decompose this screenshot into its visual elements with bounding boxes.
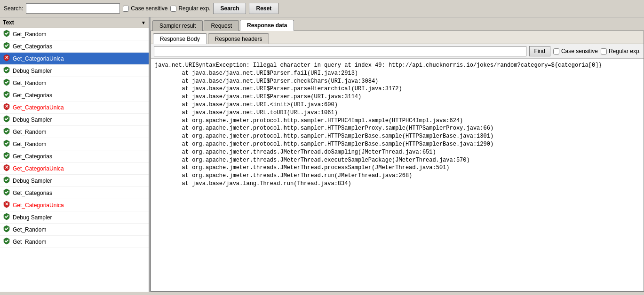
list-item-label: Get_Random [13,239,46,245]
shield-green-icon [3,42,10,51]
case-sensitive-checkbox[interactable] [123,6,129,12]
response-text-area: java.net.URISyntaxException: Illegal cha… [151,59,644,291]
case-sensitive-group: Case sensitive [123,5,167,12]
list-item-label: Get_Random [13,226,46,233]
regular-exp-group: Regular exp. [170,5,210,12]
shield-red-icon: ✕ [3,103,10,112]
list-item[interactable]: ✕ Get_CategoriaUnica [0,199,149,211]
shield-green-icon [3,78,10,87]
list-item[interactable]: Debug Sampler [0,175,149,187]
list-item[interactable]: Get_Random [0,236,149,248]
shield-green-icon [3,30,10,39]
tab-response[interactable]: Response data [240,20,294,31]
shield-green-icon [3,188,10,197]
find-regular-exp-checkbox[interactable] [601,48,607,54]
find-regular-exp-label: Regular exp. [609,48,641,54]
list-item-label: Get_Random [13,141,46,148]
shield-green-icon [3,66,10,75]
svg-text:✕: ✕ [5,55,8,60]
find-case-sensitive-checkbox[interactable] [553,48,559,54]
shield-green-icon [3,225,10,234]
list-item[interactable]: Get_Random [0,126,149,138]
shield-green-icon [3,127,10,136]
left-panel: Text ▼ Get_Random Get_Categorias ✕ Get_C… [0,17,151,292]
list-item-label: Debug Sampler [13,214,52,221]
list-item[interactable]: Get_Random [0,224,149,236]
list-item[interactable]: Get_Random [0,28,149,40]
find-input[interactable] [154,46,526,56]
shield-green-icon [3,237,10,246]
case-sensitive-label: Case sensitive [131,5,167,12]
list-item-label: Get_Categorias [13,92,52,99]
svg-text:✕: ✕ [5,202,8,207]
list-item-label: Get_Random [13,129,46,135]
list-item-label: Get_CategoriaUnica [13,165,64,172]
list-item[interactable]: Debug Sampler [0,211,149,224]
find-button[interactable]: Find [529,46,550,56]
right-panel: Sampler resultRequestResponse data Respo… [151,17,644,292]
list-item[interactable]: Get_Random [0,77,149,89]
list-scroll-container[interactable]: Get_Random Get_Categorias ✕ Get_Categori… [0,28,149,292]
list-item[interactable]: Debug Sampler [0,114,149,126]
list-item-label: Debug Sampler [13,178,52,184]
svg-text:✕: ✕ [5,104,8,109]
list-item[interactable]: Get_Categorias [0,187,149,199]
main-tabs-row: Sampler resultRequestResponse data [151,17,644,31]
left-panel-header: Text ▼ [0,17,149,28]
shield-green-icon [3,140,10,148]
list-item-label: Get_Random [13,31,46,38]
svg-text:✕: ✕ [5,165,8,170]
list-item-label: Get_CategoriaUnica [13,104,64,111]
shield-green-icon [3,91,10,100]
find-case-sensitive-label: Case sensitive [561,48,598,54]
list-item[interactable]: Get_Random [0,138,149,150]
shield-red-icon: ✕ [3,54,10,63]
list-item[interactable]: Get_Categorias [0,89,149,101]
search-label: Search: [4,5,23,12]
list-item[interactable]: Debug Sampler [0,65,149,77]
shield-green-icon [3,152,10,161]
list-item-label: Get_CategoriaUnica [13,202,64,209]
shield-green-icon [3,176,10,185]
list-item-label: Get_CategoriaUnica [13,55,64,62]
list-item-label: Debug Sampler [13,68,52,74]
list-item-label: Get_Categorias [13,153,52,160]
tab-request[interactable]: Request [204,20,239,31]
list-item[interactable]: ✕ Get_CategoriaUnica [0,101,149,114]
list-item-label: Get_Random [13,80,46,86]
main-layout: Text ▼ Get_Random Get_Categorias ✕ Get_C… [0,17,644,292]
list-item[interactable]: ✕ Get_CategoriaUnica [0,163,149,175]
left-panel-content: Get_Random Get_Categorias ✕ Get_Categori… [0,28,149,292]
toolbar: Search: Case sensitive Regular exp. Sear… [0,0,644,17]
list-item-label: Get_Categorias [13,43,52,50]
list-item[interactable]: Get_Categorias [0,40,149,53]
regular-exp-checkbox[interactable] [170,6,176,12]
find-regular-exp-group: Regular exp. [601,48,641,54]
find-bar: Find Case sensitive Regular exp. [151,44,644,59]
text-column-header: Text [3,19,14,26]
list-item[interactable]: Get_Categorias [0,150,149,163]
sort-icon[interactable]: ▼ [141,20,146,25]
sub-tabs-row: Response BodyResponse headers [151,31,644,44]
sub-tab-headers[interactable]: Response headers [208,33,270,44]
search-input[interactable] [26,3,120,14]
reset-button[interactable]: Reset [249,3,278,14]
regular-exp-label: Regular exp. [178,5,210,12]
list-item-label: Get_Categorias [13,190,52,196]
shield-red-icon: ✕ [3,201,10,210]
list-item[interactable]: ✕ Get_CategoriaUnica [0,53,149,65]
shield-green-icon [3,115,10,124]
find-case-sensitive-group: Case sensitive [553,48,598,54]
sub-tab-body[interactable]: Response Body [153,33,207,44]
shield-red-icon: ✕ [3,164,10,173]
tab-sampler[interactable]: Sampler result [152,20,203,31]
tab-content: Response BodyResponse headers Find Case … [151,31,644,292]
list-item-label: Debug Sampler [13,116,52,123]
search-button[interactable]: Search [213,3,246,14]
shield-green-icon [3,213,10,222]
